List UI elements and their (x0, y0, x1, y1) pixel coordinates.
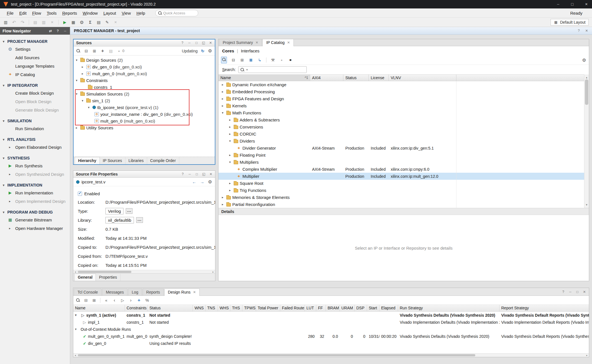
expander-closed-icon[interactable] (229, 181, 234, 185)
tab-hierarchy[interactable]: Hierarchy (75, 157, 100, 164)
flownav-section-header-synthesis[interactable]: SYNTHESIS (0, 155, 70, 161)
expander-closed-icon[interactable] (229, 125, 234, 129)
flownav-item-open-elaborated-design[interactable]: Open Elaborated Design (0, 143, 70, 151)
minimize-icon[interactable] (188, 41, 191, 45)
step-back-icon[interactable] (112, 298, 117, 303)
close-tab-icon[interactable] (287, 40, 290, 45)
source-tree-row[interactable]: Design Sources(2) (74, 57, 215, 63)
catalog-row[interactable]: Dynamic Function eXchange (218, 81, 584, 88)
column-whs[interactable]: WHS (218, 305, 230, 311)
dock-icon[interactable] (48, 29, 53, 33)
flownav-section-header-simulation[interactable]: SIMULATION (0, 117, 70, 124)
expander-closed-icon[interactable] (229, 118, 234, 122)
flownav-item-run-implementation[interactable]: Run Implementation (0, 188, 70, 197)
expander-open-icon[interactable] (76, 92, 80, 96)
close-tab-icon[interactable] (255, 40, 258, 45)
flownav-item-open-synthesized-design[interactable]: Open Synthesized Design (0, 170, 70, 178)
column-axi4[interactable]: AXI4 (310, 75, 343, 81)
add-sources-icon[interactable] (100, 48, 105, 54)
flownav-item-create-block-design[interactable]: Create Block Design (0, 89, 70, 97)
report-icon[interactable] (96, 20, 101, 25)
expander-closed-icon[interactable] (222, 90, 226, 94)
close-icon[interactable] (583, 290, 586, 294)
column-vlnv[interactable]: VLNV (389, 75, 456, 81)
column-elapsed[interactable]: Elapsed (379, 305, 398, 311)
tab-libraries[interactable]: Libraries (125, 157, 147, 164)
search-toggle[interactable] (221, 57, 227, 63)
column-ths[interactable]: THS (230, 305, 242, 311)
scroll-left-icon[interactable]: ◂ (73, 270, 77, 274)
column-failed-routes[interactable]: Failed Routes (280, 305, 305, 311)
catalog-row[interactable]: Complex MultiplierAXI4-StreamProductionI… (218, 166, 584, 173)
help-icon[interactable] (181, 41, 184, 45)
source-tree-row[interactable]: mult_gen_0(mult_gen_0.xci) (74, 70, 215, 77)
expander-open-icon[interactable] (222, 111, 226, 115)
catalog-row[interactable]: CORDIC (218, 130, 584, 137)
expander-closed-icon[interactable] (222, 203, 226, 206)
gear-icon[interactable] (582, 57, 586, 63)
menu-flow[interactable]: Flow (29, 10, 44, 16)
subnav-cores[interactable]: Cores (222, 48, 234, 53)
expand-all-icon[interactable] (240, 57, 244, 63)
design-run-row[interactable]: mult_gen_0_synth_1 mult_gen_0 synth_desi… (73, 333, 589, 340)
column-status[interactable]: Status (148, 305, 193, 311)
column-ff[interactable]: FF (316, 305, 326, 311)
library-combo[interactable]: xil_defaultlib (105, 217, 134, 223)
catalog-row[interactable]: Floating Point (218, 152, 584, 159)
flownav-item-run-simulation[interactable]: Run Simulation (0, 124, 70, 133)
step-first-icon[interactable] (104, 298, 109, 303)
flownav-section-header-ip-integrator[interactable]: IP INTEGRATOR (0, 82, 70, 89)
scrollbar-thumb[interactable] (78, 271, 131, 273)
tab-reports[interactable]: Reports (143, 288, 164, 296)
design-run-row[interactable]: div_gen_0 Using cached IP results (73, 340, 589, 347)
details-toggle-icon[interactable] (288, 57, 293, 63)
flow-icon[interactable] (71, 20, 76, 25)
column-tns[interactable]: TNS (206, 305, 218, 311)
flownav-item-open-block-design[interactable]: Open Block Design (0, 97, 70, 106)
help-icon[interactable] (562, 290, 565, 294)
collapse-all-icon[interactable] (231, 57, 236, 63)
expander-closed-icon[interactable] (76, 126, 80, 130)
horizontal-scrollbar[interactable]: ◂ ▸ (73, 353, 589, 357)
collapse-panel-icon[interactable] (63, 29, 67, 33)
tab-project-summary[interactable]: Project Summary (219, 39, 262, 46)
expander-closed-icon[interactable] (229, 153, 234, 157)
tab-ip-sources[interactable]: IP Sources (100, 157, 125, 164)
expander-closed-icon[interactable] (222, 104, 226, 108)
collapse-all-icon[interactable] (84, 48, 89, 54)
help-icon[interactable] (577, 29, 580, 33)
catalog-row[interactable]: Divider GeneratorAXI4-StreamProductionIn… (218, 145, 584, 152)
search-icon[interactable] (76, 49, 80, 53)
expander-open-icon[interactable] (229, 160, 234, 164)
catalog-row[interactable]: Embedded Processing (218, 88, 584, 95)
scroll-down-icon[interactable] (584, 202, 589, 207)
tab-ip-catalog[interactable]: IP Catalog (262, 39, 293, 46)
expander-closed-icon[interactable] (82, 72, 86, 76)
close-tab-icon[interactable] (193, 290, 196, 295)
expander-closed-icon[interactable] (82, 65, 86, 69)
source-tree-row[interactable]: constrs_1 (74, 84, 215, 90)
scrollbar-thumb[interactable] (585, 79, 588, 105)
flownav-item-open-implemented-design[interactable]: Open Implemented Design (0, 197, 70, 205)
help-icon[interactable] (56, 29, 60, 33)
scroll-right-icon[interactable]: ▸ (211, 270, 215, 274)
expander-open-icon[interactable] (229, 139, 234, 143)
close-icon[interactable] (209, 172, 213, 176)
percent-icon[interactable] (145, 298, 149, 303)
source-tree-row[interactable]: mult_gen_0(mult_gen_0.xci) (74, 117, 215, 124)
settings-icon[interactable] (79, 20, 84, 25)
horizontal-scrollbar[interactable]: ◂ ▸ (73, 270, 215, 273)
taxonomy-icon[interactable] (257, 57, 262, 63)
expander-open-icon[interactable] (76, 58, 80, 62)
catalog-row-selected[interactable]: MultiplierProductionIncludedxilinx.com:i… (218, 173, 584, 180)
column-start[interactable]: Start (367, 305, 379, 311)
maximize-icon[interactable] (195, 172, 198, 176)
column-run-strategy[interactable]: Run Strategy (398, 305, 500, 311)
expander-open-icon[interactable] (82, 99, 86, 103)
back-icon[interactable] (192, 179, 196, 185)
design-run-group-row[interactable]: Out-of-Context Module Runs (73, 326, 589, 333)
source-tree-row[interactable]: Simulation Sources(2) (74, 90, 215, 97)
minimize-icon[interactable] (188, 172, 191, 176)
float-icon[interactable] (202, 172, 206, 176)
expand-all-icon[interactable] (92, 48, 97, 54)
